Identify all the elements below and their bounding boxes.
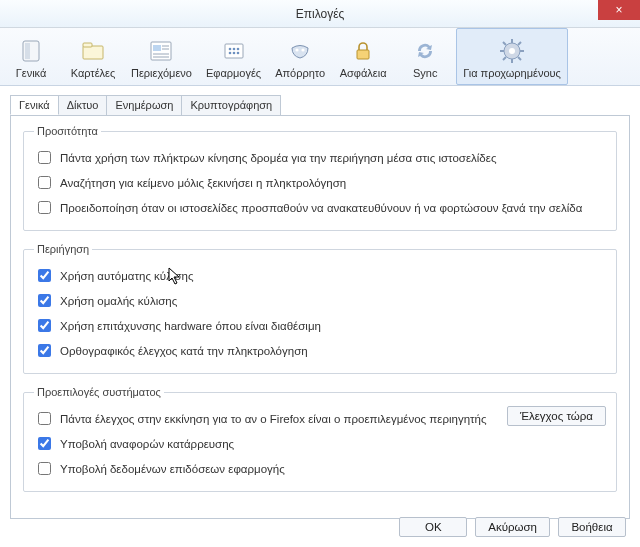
svg-rect-10 <box>225 44 243 58</box>
svg-rect-2 <box>83 46 103 59</box>
checkbox[interactable] <box>38 269 51 282</box>
checkbox[interactable] <box>38 294 51 307</box>
opt-label: Υποβολή αναφορών κατάρρευσης <box>60 438 234 450</box>
opt-label: Πάντα χρήση των πλήκτρων κίνησης δρομέα … <box>60 152 496 164</box>
svg-rect-3 <box>83 43 92 47</box>
svg-rect-5 <box>153 45 161 51</box>
opt-smooth-scroll[interactable]: Χρήση ομαλής κύλισης <box>34 288 606 313</box>
opt-search-on-type[interactable]: Αναζήτηση για κείμενο μόλις ξεκινήσει η … <box>34 170 606 195</box>
toolbar-label: Για προχωρημένους <box>463 67 561 79</box>
svg-point-21 <box>509 48 515 54</box>
opt-label: Ορθογραφικός έλεγχος κατά την πληκτρολόγ… <box>60 345 308 357</box>
toolbar-advanced[interactable]: Για προχωρημένους <box>456 28 568 85</box>
group-legend: Προσιτότητα <box>34 125 101 137</box>
svg-point-13 <box>236 47 239 50</box>
svg-line-28 <box>503 57 506 60</box>
checkbox[interactable] <box>38 437 51 450</box>
toolbar-applications[interactable]: Εφαρμογές <box>199 28 268 85</box>
svg-point-16 <box>236 51 239 54</box>
opt-default-browser-check[interactable]: Πάντα έλεγχος στην εκκίνηση για το αν ο … <box>34 406 497 431</box>
toolbar-security[interactable]: Ασφάλεια <box>332 28 394 85</box>
category-toolbar: Γενικά Καρτέλες Περιεχόμενο Εφαρμογές Απ… <box>0 28 640 86</box>
checkbox[interactable] <box>38 319 51 332</box>
opt-crash-reports[interactable]: Υποβολή αναφορών κατάρρευσης <box>34 431 606 456</box>
checkbox[interactable] <box>38 151 51 164</box>
svg-point-11 <box>228 47 231 50</box>
svg-line-26 <box>503 42 506 45</box>
svg-point-14 <box>228 51 231 54</box>
opt-label: Προειδοποίηση όταν οι ιστοσελίδες προσπα… <box>60 202 582 214</box>
svg-rect-1 <box>25 43 30 59</box>
folder-icon <box>79 37 107 65</box>
check-now-button[interactable]: Έλεγχος τώρα <box>507 406 606 426</box>
checkbox[interactable] <box>38 462 51 475</box>
close-button[interactable]: × <box>598 0 640 20</box>
opt-hw-accel[interactable]: Χρήση επιτάχυνσης hardware όπου είναι δι… <box>34 313 606 338</box>
dialog-footer: OK Ακύρωση Βοήθεια <box>399 517 626 537</box>
toolbar-privacy[interactable]: Απόρρητο <box>268 28 332 85</box>
close-icon: × <box>615 3 622 17</box>
checkbox[interactable] <box>38 176 51 189</box>
switch-icon <box>17 37 45 65</box>
opt-warn-redirect[interactable]: Προειδοποίηση όταν οι ιστοσελίδες προσπα… <box>34 195 606 220</box>
svg-point-12 <box>232 47 235 50</box>
checkbox[interactable] <box>38 344 51 357</box>
applications-icon <box>220 37 248 65</box>
ok-button[interactable]: OK <box>399 517 467 537</box>
subtab-strip: Γενικά Δίκτυο Ενημέρωση Κρυπτογράφηση <box>10 95 630 116</box>
checkbox[interactable] <box>38 201 51 214</box>
sync-icon <box>411 37 439 65</box>
toolbar-label: Απόρρητο <box>275 67 325 79</box>
browsing-group: Περιήγηση Χρήση αυτόματης κύλισης Χρήση … <box>23 243 617 374</box>
toolbar-tabs[interactable]: Καρτέλες <box>62 28 124 85</box>
toolbar-sync[interactable]: Sync <box>394 28 456 85</box>
checkbox[interactable] <box>38 412 51 425</box>
titlebar: Επιλογές × <box>0 0 640 28</box>
toolbar-content[interactable]: Περιεχόμενο <box>124 28 199 85</box>
subtab-general[interactable]: Γενικά <box>10 95 59 115</box>
opt-cursor-keys[interactable]: Πάντα χρήση των πλήκτρων κίνησης δρομέα … <box>34 145 606 170</box>
help-button[interactable]: Βοήθεια <box>558 517 626 537</box>
group-legend: Περιήγηση <box>34 243 92 255</box>
content-area: Γενικά Δίκτυο Ενημέρωση Κρυπτογράφηση Πρ… <box>0 86 640 519</box>
toolbar-label: Καρτέλες <box>71 67 116 79</box>
content-icon <box>147 37 175 65</box>
system-defaults-group: Προεπιλογές συστήματος Πάντα έλεγχος στη… <box>23 386 617 492</box>
opt-label: Χρήση ομαλής κύλισης <box>60 295 177 307</box>
opt-label: Πάντα έλεγχος στην εκκίνηση για το αν ο … <box>60 413 487 425</box>
toolbar-label: Sync <box>413 67 437 79</box>
opt-label: Υποβολή δεδομένων επιδόσεων εφαρμογής <box>60 463 285 475</box>
svg-line-29 <box>518 42 521 45</box>
gear-icon <box>498 37 526 65</box>
advanced-general-panel: Προσιτότητα Πάντα χρήση των πλήκτρων κίν… <box>10 115 630 519</box>
window-title: Επιλογές <box>296 7 345 21</box>
accessibility-group: Προσιτότητα Πάντα χρήση των πλήκτρων κίν… <box>23 125 617 231</box>
cancel-button[interactable]: Ακύρωση <box>475 517 550 537</box>
opt-spellcheck[interactable]: Ορθογραφικός έλεγχος κατά την πληκτρολόγ… <box>34 338 606 363</box>
subtab-update[interactable]: Ενημέρωση <box>106 95 182 115</box>
toolbar-general[interactable]: Γενικά <box>0 28 62 85</box>
toolbar-label: Περιεχόμενο <box>131 67 192 79</box>
opt-autoscroll[interactable]: Χρήση αυτόματης κύλισης <box>34 263 606 288</box>
subtab-encryption[interactable]: Κρυπτογράφηση <box>181 95 281 115</box>
toolbar-label: Εφαρμογές <box>206 67 261 79</box>
svg-point-15 <box>232 51 235 54</box>
opt-perf-data[interactable]: Υποβολή δεδομένων επιδόσεων εφαρμογής <box>34 456 606 481</box>
svg-rect-19 <box>357 50 369 59</box>
svg-line-27 <box>518 57 521 60</box>
lock-icon <box>349 37 377 65</box>
opt-label: Αναζήτηση για κείμενο μόλις ξεκινήσει η … <box>60 177 346 189</box>
svg-point-18 <box>302 48 305 51</box>
toolbar-label: Γενικά <box>16 67 47 79</box>
toolbar-label: Ασφάλεια <box>340 67 387 79</box>
mask-icon <box>286 37 314 65</box>
opt-label: Χρήση αυτόματης κύλισης <box>60 270 194 282</box>
subtab-network[interactable]: Δίκτυο <box>58 95 108 115</box>
group-legend: Προεπιλογές συστήματος <box>34 386 164 398</box>
opt-label: Χρήση επιτάχυνσης hardware όπου είναι δι… <box>60 320 321 332</box>
svg-point-17 <box>296 48 299 51</box>
